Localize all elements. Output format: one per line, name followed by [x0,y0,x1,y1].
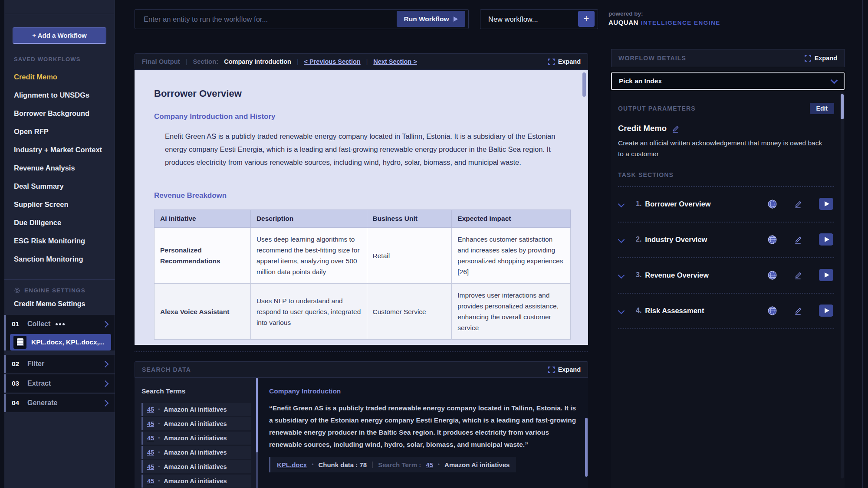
next-section-link[interactable]: Next Section > [373,58,417,65]
search-terms-title: Search Terms [141,387,251,395]
index-select[interactable]: Pick an Index [611,72,845,90]
table-row: Personalized Recommendations Uses deep l… [155,228,571,284]
step-extract[interactable]: 03 Extract [6,374,115,393]
search-term-item[interactable]: 45 • Amazon Ai initiatives [141,475,251,488]
term-count-link[interactable]: 45 [147,406,154,413]
table-cell: Customer Service [367,284,452,340]
chevron-right-icon [102,400,109,406]
sidebar-item-credit-memo[interactable]: Credit Memo [4,68,115,86]
citation-file-link[interactable]: KPL.docx [277,461,307,468]
expand-search-button[interactable]: Expand [548,366,581,373]
search-term-item[interactable]: 45 • Amazon Ai initiatives [141,446,251,459]
step-block-collect: 01 Collect KPL.docx, KPL.docx,... [4,315,115,350]
chevron-down-icon[interactable] [618,236,625,243]
result-quote: “Enefit Green AS is a publicly traded re… [269,402,579,451]
add-workflow-button[interactable]: + Add a Workflow [13,27,106,44]
globe-icon[interactable] [767,270,777,280]
table-header-row: AI Initiative Description Business Unit … [155,210,571,228]
edit-button[interactable]: Edit [810,103,834,114]
initiatives-table: AI Initiative Description Business Unit … [154,210,571,340]
expand-details-button[interactable]: Expand [805,55,837,62]
document-scrollbar[interactable] [582,72,586,97]
result-section-title: Company Introduction [269,387,579,395]
search-term-item[interactable]: 45 • Amazon Ai initiatives [141,460,251,473]
task-sections-label: TASK SECTIONS [618,171,834,178]
entity-input[interactable] [135,10,395,29]
term-label: Amazon Ai initiatives [164,406,227,413]
term-label: Amazon Ai initiatives [164,420,227,427]
edit-pencil-icon[interactable] [794,200,802,208]
term-count-link[interactable]: 45 [147,449,154,456]
chevron-down-icon[interactable] [618,307,625,314]
more-options-icon[interactable] [56,323,65,325]
collect-files-chip[interactable]: KPL.docx, KPL.docx,... [10,334,111,350]
table-row: Alexa Voice Assistant Uses NLP to unders… [155,284,571,340]
collect-files-label: KPL.docx, KPL.docx,... [31,338,105,346]
sidebar-item-deal-summary[interactable]: Deal Summary [4,177,115,195]
search-scrollbar[interactable] [585,418,588,477]
column-header: Description [250,210,367,228]
play-icon [825,308,829,313]
run-workflow-button[interactable]: Run Workflow [397,11,465,27]
sidebar-item-esg-risk-monitoring[interactable]: ESG Risk Monitoring [4,232,115,250]
step-generate[interactable]: 04 Generate [6,394,115,412]
globe-icon[interactable] [767,306,777,316]
step-label: Extract [27,380,51,387]
credit-memo-settings-link[interactable]: Credit Memo Settings [14,300,115,308]
run-task-button[interactable] [819,269,833,281]
sidebar-item-alignment-unsdgs[interactable]: Alignment to UNSDGs [4,86,115,104]
table-cell: Uses NLP to understand and respond to us… [250,284,367,340]
step-collect[interactable]: 01 Collect [6,315,115,333]
globe-icon[interactable] [767,235,777,245]
step-block-filter: 02 Filter [4,355,115,373]
run-task-button[interactable] [819,305,833,317]
globe-icon[interactable] [767,199,777,209]
table-cell: Retail [367,228,452,284]
table-cell: Enhances customer satisfaction and incre… [452,228,571,284]
run-workflow-label: Run Workflow [404,15,449,23]
term-count-link[interactable]: 45 [147,463,154,470]
sidebar-item-revenue-analysis[interactable]: Revenue Analysis [4,159,115,177]
chevron-right-icon [102,360,109,367]
sidebar-item-open-rfp[interactable]: Open RFP [4,122,115,141]
play-icon [825,237,829,242]
document-table-heading: Revenue Breakdown [154,191,227,200]
citation-term-link[interactable]: 45 [426,461,433,468]
term-label: Amazon Ai initiatives [164,449,227,456]
chevron-down-icon[interactable] [618,200,625,207]
search-term-item[interactable]: 45 • Amazon Ai initiatives [141,403,251,416]
section-value: Company Introduction [224,58,291,65]
edit-pencil-icon[interactable] [794,306,802,315]
step-filter[interactable]: 02 Filter [6,355,115,373]
expand-output-button[interactable]: Expand [548,58,581,65]
task-item-revenue-overview: 3. Revenue Overview [618,258,834,294]
term-count-link[interactable]: 45 [147,420,154,427]
details-body: OUTPUT PARAMETERS Edit Credit Memo Creat… [611,103,845,329]
sidebar-item-sanction-monitoring[interactable]: Sanction Monitoring [4,250,115,268]
chevron-right-icon [102,321,109,328]
search-term-item[interactable]: 45 • Amazon Ai initiatives [141,417,251,430]
citation-row: KPL.docx • Chunk data : 78 | Search Term… [269,457,516,472]
previous-section-link[interactable]: < Previous Section [304,58,361,65]
chevron-down-icon[interactable] [618,272,625,278]
run-task-button[interactable] [819,233,833,246]
new-workflow-input[interactable] [480,10,571,29]
window-edge-divider [862,0,863,488]
expand-icon [548,59,555,65]
sidebar-item-borrower-background[interactable]: Borrower Background [4,104,115,122]
sidebar-item-due-diligence[interactable]: Due Diligence [4,213,115,232]
search-term-item[interactable]: 45 • Amazon Ai initiatives [141,432,251,445]
add-workflow-plus-button[interactable]: + [578,11,595,27]
document-subheading: Company Introduction and History [154,112,276,121]
details-scrollbar[interactable] [841,94,844,119]
edit-pencil-icon[interactable] [794,235,802,244]
run-task-button[interactable] [819,198,833,210]
sidebar-item-industry-market-context[interactable]: Industry + Market Context [4,141,115,159]
term-count-link[interactable]: 45 [147,478,154,485]
sidebar-item-supplier-screen[interactable]: Supplier Screen [4,195,115,213]
term-count-link[interactable]: 45 [147,435,154,442]
edit-pencil-icon[interactable] [671,124,680,133]
bullet: • [158,421,160,427]
edit-pencil-icon[interactable] [794,271,802,279]
new-workflow-container: + [480,9,598,29]
